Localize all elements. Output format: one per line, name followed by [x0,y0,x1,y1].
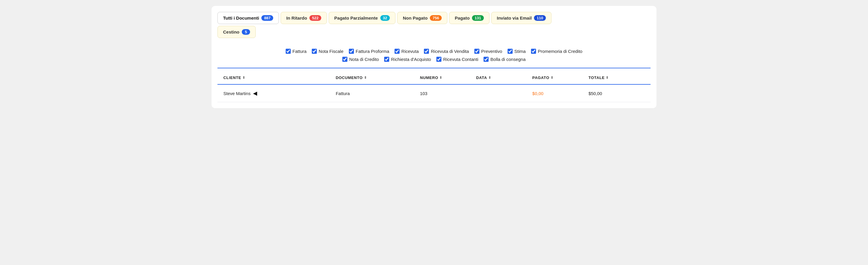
sort-icon-totale: ⇕ [606,76,609,80]
tab-non_pagato[interactable]: Non Pagato 756 [397,12,447,24]
checkbox-preventivo[interactable] [474,49,479,54]
filter-richiesta_acquisto[interactable]: Richiesta d'Acquisto [384,57,431,62]
filter-row-2: Nota di Credito Richiesta d'Acquisto Ric… [342,57,526,62]
sort-icon-data: ⇕ [488,76,491,80]
sort-icon-documento: ⇕ [364,76,367,80]
sort-icon-pagato: ⇕ [551,76,554,80]
filter-stima[interactable]: Stima [507,49,526,54]
checkbox-promemoria_credito[interactable] [531,49,536,54]
tab-cestino[interactable]: Cestino 5 [217,26,256,38]
checkbox-ricevuta_contanti[interactable] [436,57,441,62]
tab-parzialmente[interactable]: Pagato Parzialmente 32 [329,12,396,24]
checkbox-ricevuta_vendita[interactable] [424,49,429,54]
filter-label-promemoria_credito: Promemoria di Credito [538,49,582,54]
table-header: CLIENTE ⇕ DOCUMENTO ⇕ NUMERO ⇕ DATA ⇕ PA… [217,71,651,85]
tab-badge-pagato: 131 [472,15,484,21]
col-label-data: DATA [476,76,487,80]
tab-label-ritardo: In Ritardo [286,16,307,21]
table-body: Steve Martins ◀ Fattura103$0,00$50,00 [217,85,651,102]
tab-label-email: Inviato via Email [497,16,532,21]
table-row[interactable]: Steve Martins ◀ Fattura103$0,00$50,00 [217,85,651,102]
tab-badge-non_pagato: 756 [430,15,442,21]
sort-icon-numero: ⇕ [439,76,442,80]
filter-label-ricevuta_vendita: Ricevuta di Vendita [431,49,469,54]
tab-ritardo[interactable]: In Ritardo 522 [281,12,327,24]
filter-label-preventivo: Preventivo [481,49,502,54]
table-section: CLIENTE ⇕ DOCUMENTO ⇕ NUMERO ⇕ DATA ⇕ PA… [217,71,651,102]
col-header-documento[interactable]: DOCUMENTO ⇕ [336,76,420,80]
cell-documento: Fattura [336,91,420,96]
tab-label-tutti: Tutti i Documenti [223,16,259,21]
tab-label-pagato: Pagato [455,16,470,21]
tab-cestino-label: Cestino [223,29,239,34]
cell-numero: 103 [420,91,476,96]
checkbox-nota_credito[interactable] [342,57,347,62]
filter-ricevuta_contanti[interactable]: Ricevuta Contanti [436,57,478,62]
filter-nota_credito[interactable]: Nota di Credito [342,57,379,62]
col-header-totale[interactable]: TOTALE ⇕ [589,76,645,80]
col-label-cliente: CLIENTE [223,76,241,80]
filter-label-nota_credito: Nota di Credito [349,57,379,62]
checkbox-ricevuta[interactable] [395,49,400,54]
filter-ricevuta_vendita[interactable]: Ricevuta di Vendita [424,49,469,54]
checkbox-fattura[interactable] [286,49,291,54]
col-label-pagato: PAGATO [532,76,549,80]
filter-fattura_proforma[interactable]: Fattura Proforma [349,49,389,54]
filter-label-nota_fiscale: Nota Fiscale [319,49,343,54]
filter-label-richiesta_acquisto: Richiesta d'Acquisto [391,57,431,62]
col-header-pagato[interactable]: PAGATO ⇕ [532,76,588,80]
tab-label-non_pagato: Non Pagato [403,16,428,21]
col-label-numero: NUMERO [420,76,438,80]
filter-label-fattura: Fattura [292,49,307,54]
checkbox-richiesta_acquisto[interactable] [384,57,389,62]
checkbox-fattura_proforma[interactable] [349,49,354,54]
filter-label-ricevuta: Ricevuta [401,49,418,54]
filter-preventivo[interactable]: Preventivo [474,49,502,54]
tab-row-cestino: Cestino 5 [217,26,651,38]
cell-pagato: $0,00 [532,91,588,96]
customer-name: Steve Martins [223,91,251,96]
filter-label-ricevuta_contanti: Ricevuta Contanti [443,57,478,62]
filter-row-1: Fattura Nota Fiscale Fattura Proforma Ri… [286,49,582,54]
col-label-documento: DOCUMENTO [336,76,363,80]
tab-pagato[interactable]: Pagato 131 [449,12,490,24]
col-header-cliente[interactable]: CLIENTE ⇕ [223,76,336,80]
checkbox-bolla_consegna[interactable] [484,57,489,62]
filter-bolla_consegna[interactable]: Bolla di consegna [484,57,525,62]
tab-tutti[interactable]: Tutti i Documenti 887 [217,12,279,24]
col-label-totale: TOTALE [589,76,605,80]
tab-label-parzialmente: Pagato Parzialmente [334,16,378,21]
cursor-icon: ◀ [253,90,257,97]
tab-badge-parzialmente: 32 [380,15,390,21]
filter-label-fattura_proforma: Fattura Proforma [356,49,389,54]
cell-cliente: Steve Martins ◀ [223,90,336,97]
checkbox-nota_fiscale[interactable] [312,49,317,54]
tab-row-main: Tutti i Documenti 887 In Ritardo 522 Pag… [217,12,651,24]
main-container: Tutti i Documenti 887 In Ritardo 522 Pag… [212,6,656,108]
tab-email[interactable]: Inviato via Email 110 [491,12,552,24]
checkbox-stima[interactable] [507,49,513,54]
sort-icon-cliente: ⇕ [242,76,245,80]
cell-totale: $50,00 [589,91,645,96]
filter-label-bolla_consegna: Bolla di consegna [490,57,525,62]
filter-label-stima: Stima [515,49,526,54]
col-header-numero[interactable]: NUMERO ⇕ [420,76,476,80]
tab-badge-ritardo: 522 [309,15,321,21]
filter-section: Fattura Nota Fiscale Fattura Proforma Ri… [217,44,651,68]
filter-fattura[interactable]: Fattura [286,49,307,54]
col-header-data[interactable]: DATA ⇕ [476,76,532,80]
filter-ricevuta[interactable]: Ricevuta [395,49,418,54]
tab-badge-tutti: 887 [261,15,273,21]
tab-badge-email: 110 [534,15,546,21]
tab-cestino-badge: 5 [242,29,250,35]
filter-promemoria_credito[interactable]: Promemoria di Credito [531,49,582,54]
filter-nota_fiscale[interactable]: Nota Fiscale [312,49,343,54]
